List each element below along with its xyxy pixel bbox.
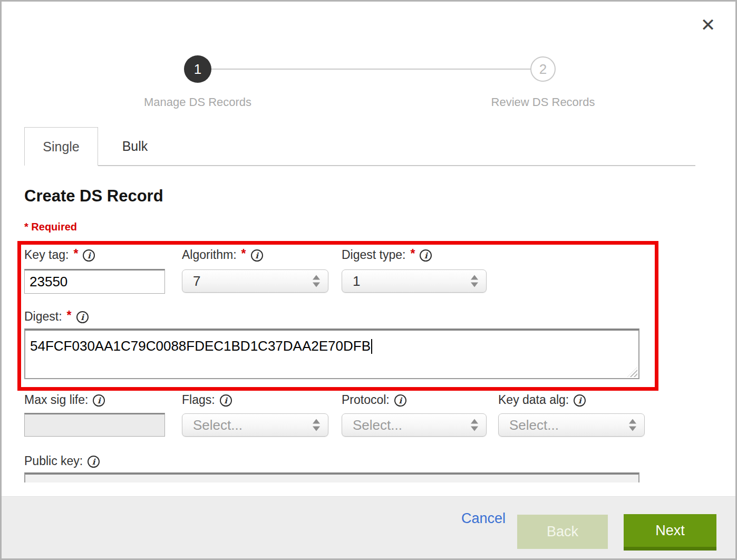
key-data-alg-select-value: Select...: [509, 417, 559, 433]
info-icon[interactable]: i: [574, 394, 586, 407]
algorithm-label-text: Algorithm:: [182, 248, 237, 262]
info-icon[interactable]: i: [394, 394, 406, 407]
flags-select-value: Select...: [193, 417, 243, 433]
step-2-indicator: 2: [530, 56, 556, 82]
info-icon[interactable]: i: [93, 394, 105, 407]
required-asterisk: *: [67, 308, 72, 323]
digest-type-select[interactable]: 1: [342, 269, 487, 293]
key-data-alg-label: Key data alg: i: [498, 393, 586, 407]
select-arrows-icon: [471, 275, 478, 287]
step-1-label: Manage DS Records: [119, 95, 277, 109]
select-arrows-icon: [471, 419, 478, 431]
info-icon[interactable]: i: [88, 456, 100, 468]
info-icon[interactable]: i: [220, 394, 232, 407]
digest-type-label: Digest type: * i: [342, 248, 432, 262]
public-key-label: Public key: i: [24, 454, 100, 468]
step-connector-line: [211, 69, 531, 70]
max-sig-life-input[interactable]: [24, 413, 165, 437]
key-tag-label-text: Key tag:: [24, 248, 69, 262]
step-1-indicator: 1: [184, 55, 211, 83]
required-asterisk: *: [241, 247, 246, 261]
select-arrows-icon: [313, 419, 320, 431]
resize-handle[interactable]: [627, 367, 637, 377]
select-arrows-icon: [629, 419, 636, 431]
tab-bulk[interactable]: Bulk: [99, 127, 171, 166]
key-tag-label: Key tag: * i: [24, 248, 95, 262]
flags-select[interactable]: Select...: [182, 413, 328, 437]
cancel-button[interactable]: Cancel: [461, 510, 506, 527]
required-asterisk: *: [410, 247, 415, 261]
close-button[interactable]: ✕: [696, 13, 720, 36]
flags-label: Flags: i: [182, 393, 232, 407]
create-ds-record-modal: ✕ 1 2 Manage DS Records Review DS Record…: [0, 0, 737, 560]
info-icon[interactable]: i: [83, 249, 95, 262]
key-data-alg-label-text: Key data alg:: [498, 393, 569, 407]
select-arrows-icon: [313, 275, 320, 287]
algorithm-select[interactable]: 7: [182, 269, 328, 293]
next-button[interactable]: Next: [624, 514, 716, 551]
flags-label-text: Flags:: [182, 393, 215, 407]
info-icon[interactable]: i: [251, 249, 263, 262]
info-icon[interactable]: i: [76, 311, 89, 323]
protocol-select-value: Select...: [353, 417, 402, 433]
close-icon: ✕: [701, 14, 716, 35]
text-caret: [371, 339, 372, 354]
digest-label-text: Digest:: [24, 310, 62, 324]
max-sig-life-label: Max sig life: i: [24, 393, 105, 407]
digest-value: 54FCF030AA1C79C0088FDEC1BD1C37DAA2E70DFB: [30, 338, 371, 354]
digest-label: Digest: * i: [24, 310, 89, 324]
digest-type-select-value: 1: [353, 273, 360, 289]
back-button[interactable]: Back: [517, 515, 608, 549]
key-data-alg-select[interactable]: Select...: [498, 413, 645, 437]
protocol-label: Protocol: i: [342, 393, 406, 407]
digest-type-label-text: Digest type:: [342, 248, 405, 262]
key-tag-input[interactable]: [24, 269, 165, 294]
digest-textarea[interactable]: 54FCF030AA1C79C0088FDEC1BD1C37DAA2E70DFB: [24, 329, 639, 379]
protocol-select[interactable]: Select...: [342, 413, 487, 437]
tab-single[interactable]: Single: [24, 127, 98, 166]
max-sig-life-label-text: Max sig life:: [24, 393, 88, 407]
tab-divider: [98, 165, 695, 166]
step-2-label: Review DS Records: [464, 95, 622, 109]
algorithm-select-value: 7: [193, 273, 200, 289]
required-asterisk: *: [73, 247, 78, 261]
required-note: * Required: [24, 221, 77, 233]
algorithm-label: Algorithm: * i: [182, 248, 263, 262]
info-icon[interactable]: i: [420, 249, 432, 262]
modal-footer: Cancel Back Next: [2, 496, 735, 558]
page-title: Create DS Record: [24, 187, 163, 206]
protocol-label-text: Protocol:: [342, 393, 390, 407]
public-key-textarea[interactable]: [24, 472, 639, 482]
public-key-label-text: Public key:: [24, 454, 83, 468]
